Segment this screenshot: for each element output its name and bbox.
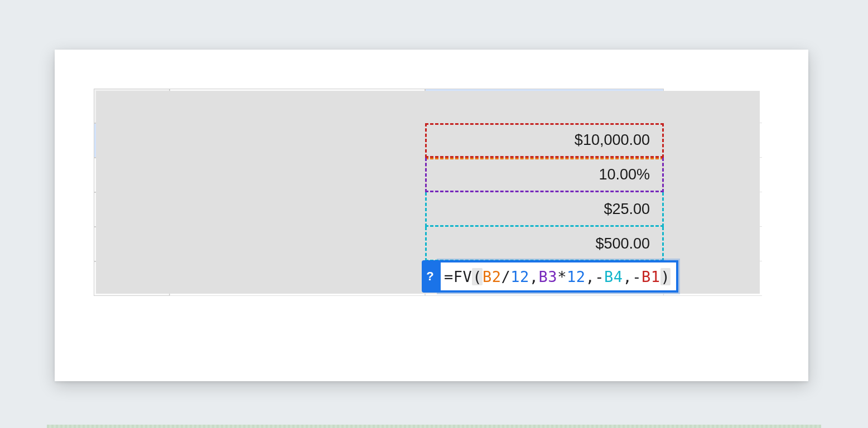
select-all-corner[interactable] <box>94 89 170 123</box>
cell-B3[interactable]: $25.00 <box>425 192 664 227</box>
spreadsheet-grid: A B 1 Initial account value $10,000.00 2… <box>94 89 762 296</box>
formula-editor[interactable]: ? =FV(B2/12,B3*12,-B4,-B1) <box>422 260 678 293</box>
formula-help-icon[interactable]: ? <box>422 260 438 293</box>
decorative-bottom-strip <box>47 425 821 428</box>
cell-B1[interactable]: $10,000.00 <box>425 123 664 158</box>
spreadsheet-card: A B 1 Initial account value $10,000.00 2… <box>55 50 808 381</box>
formula-input[interactable]: =FV(B2/12,B3*12,-B4,-B1) <box>438 260 678 293</box>
cell-B2[interactable]: 10.00% <box>425 158 664 192</box>
cell-B4[interactable]: $500.00 <box>425 227 664 261</box>
